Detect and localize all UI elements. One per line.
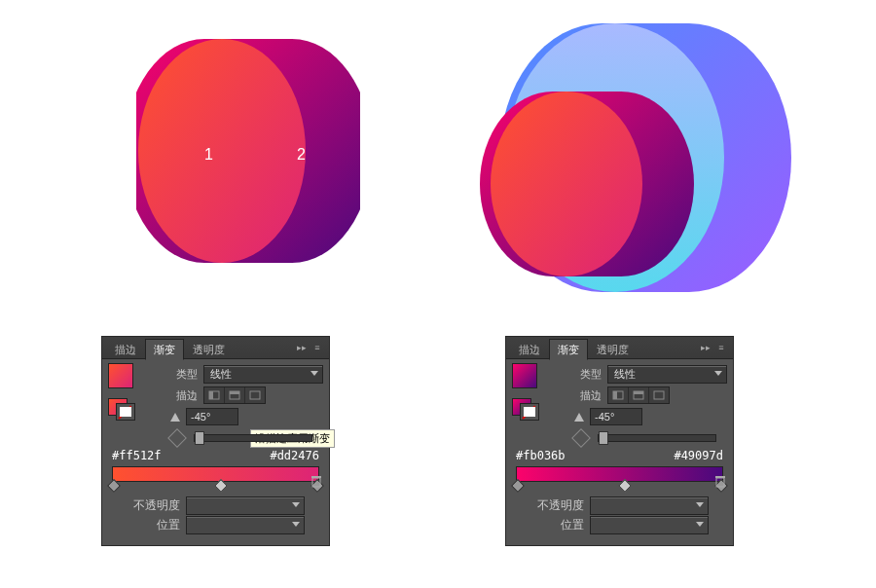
midpoint-diamond[interactable]	[213, 479, 227, 493]
svg-rect-16	[715, 476, 725, 478]
type-value: 线性	[614, 367, 636, 382]
gradient-panel-2: 描边 渐变 透明度 ▸▸ ≡ 类型 线性 描边	[506, 337, 733, 545]
stroke-mode-3[interactable]	[245, 387, 265, 403]
angle-icon	[170, 413, 180, 422]
midpoint-diamond[interactable]	[107, 479, 121, 493]
stroke-mode-1[interactable]	[608, 387, 629, 403]
panel-menu-icon[interactable]: ≡	[713, 340, 729, 355]
svg-rect-7	[250, 391, 260, 399]
opacity-label: 不透明度	[102, 497, 186, 514]
stroke-mode-1[interactable]	[204, 387, 225, 403]
aspect-icon	[167, 428, 187, 448]
aspect-slider[interactable]	[598, 434, 716, 442]
gradient-swatch[interactable]	[512, 363, 537, 388]
hex-right: #dd2476	[270, 449, 319, 462]
tab-gradient[interactable]: 渐变	[549, 339, 588, 360]
chevron-down-icon	[292, 522, 300, 527]
angle-icon	[574, 413, 584, 422]
stroke-mode-3[interactable]	[649, 387, 669, 403]
opacity-label: 不透明度	[506, 497, 590, 514]
fill-stroke-toggle[interactable]	[512, 398, 539, 420]
tab-stroke[interactable]: 描边	[510, 339, 549, 359]
tab-stroke[interactable]: 描边	[106, 339, 145, 359]
stop-opacity-select[interactable]	[590, 496, 709, 515]
stroke-gradient-mode-buttons[interactable]	[203, 386, 266, 404]
panel-menu-icon[interactable]: ≡	[310, 340, 325, 355]
stroke-label: 描边	[141, 388, 203, 403]
stop-position-select[interactable]	[186, 516, 305, 534]
aspect-slider[interactable]	[194, 434, 312, 442]
tab-opacity[interactable]: 透明度	[184, 339, 234, 359]
svg-rect-4	[209, 391, 213, 399]
label-2: 2	[297, 146, 306, 164]
chevron-down-icon	[714, 371, 722, 376]
stroke-gradient-mode-buttons[interactable]	[607, 386, 670, 404]
position-label: 位置	[506, 517, 590, 533]
panel-collapse-icon[interactable]: ▸▸	[294, 340, 310, 355]
angle-input[interactable]: -45°	[590, 408, 642, 425]
trash-icon[interactable]	[713, 474, 727, 488]
tab-gradient[interactable]: 渐变	[145, 339, 184, 360]
stroke-label: 描边	[545, 388, 607, 403]
shape-stack-right	[477, 14, 798, 306]
type-label: 类型	[141, 367, 203, 382]
svg-rect-9	[311, 476, 321, 478]
panel-collapse-icon[interactable]: ▸▸	[698, 340, 713, 355]
chevron-down-icon	[292, 502, 300, 507]
stop-opacity-select[interactable]	[186, 496, 305, 515]
shape-cylinder-left: 1 2	[136, 29, 360, 282]
angle-input[interactable]: -45°	[186, 408, 238, 425]
stop-position-select[interactable]	[590, 516, 709, 534]
chevron-down-icon	[696, 502, 704, 507]
chevron-down-icon	[696, 522, 704, 527]
gradient-panel-1: 描边 渐变 透明度 ▸▸ ≡ 类型 线性 描边	[102, 337, 329, 545]
hex-right: #49097d	[674, 449, 723, 462]
fill-stroke-toggle[interactable]	[108, 398, 135, 420]
panel-tabs: 描边 渐变 透明度 ▸▸ ≡	[506, 337, 733, 359]
type-select[interactable]: 线性	[203, 365, 323, 384]
gradient-ramp[interactable]	[516, 466, 723, 482]
svg-rect-14	[654, 391, 664, 399]
type-label: 类型	[545, 367, 607, 382]
svg-rect-15	[716, 478, 724, 487]
hex-left: #ff512f	[112, 449, 162, 462]
trash-icon[interactable]	[310, 474, 323, 488]
svg-point-2	[491, 92, 642, 276]
aspect-icon	[571, 428, 591, 448]
gradient-swatch[interactable]	[108, 363, 133, 388]
stroke-mode-2[interactable]	[629, 387, 649, 403]
hex-left: #fb036b	[516, 449, 566, 462]
type-value: 线性	[210, 367, 232, 382]
panel-tabs: 描边 渐变 透明度 ▸▸ ≡	[102, 337, 329, 359]
position-label: 位置	[102, 517, 186, 533]
label-1: 1	[204, 146, 213, 164]
type-select[interactable]: 线性	[607, 365, 727, 384]
stroke-mode-2[interactable]	[225, 387, 245, 403]
svg-rect-11	[613, 391, 617, 399]
chevron-down-icon	[310, 371, 318, 376]
svg-rect-8	[312, 478, 320, 487]
midpoint-diamond[interactable]	[511, 479, 525, 493]
svg-point-0	[138, 39, 306, 263]
svg-rect-6	[230, 391, 239, 394]
gradient-ramp[interactable]	[112, 466, 319, 482]
svg-rect-13	[634, 391, 643, 394]
canvas: 1 2	[0, 0, 876, 588]
tab-opacity[interactable]: 透明度	[588, 339, 638, 359]
midpoint-diamond[interactable]	[617, 479, 631, 493]
